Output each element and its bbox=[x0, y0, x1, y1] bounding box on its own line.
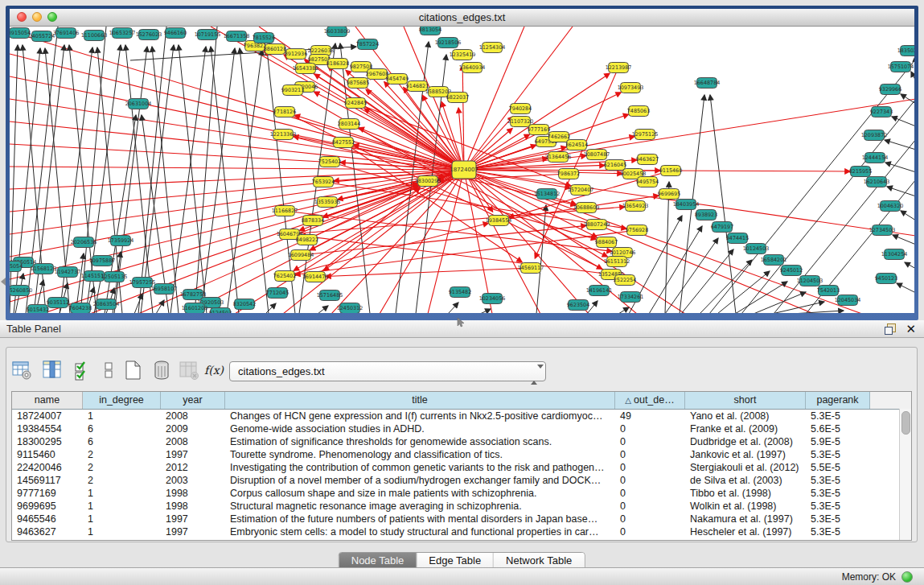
graph-node[interactable]: 18403954 bbox=[673, 200, 700, 210]
graph-node[interactable]: 10688609 bbox=[573, 203, 600, 213]
column-header-year[interactable]: year bbox=[161, 392, 225, 409]
graph-node[interactable]: 16099484 bbox=[288, 250, 314, 261]
graph-node[interactable]: 16671358 bbox=[224, 31, 250, 42]
cell-short[interactable]: Hescheler et al. (1997) bbox=[685, 525, 806, 538]
graph-node[interactable]: 6216045 bbox=[604, 160, 626, 171]
table-row[interactable]: 946362711997Embryonic stem cells: a mode… bbox=[12, 525, 911, 538]
rows-icon[interactable] bbox=[98, 360, 119, 381]
cell-short[interactable]: Yano et al. (2008) bbox=[685, 410, 806, 422]
cell-out_de[interactable]: 0 bbox=[615, 513, 685, 525]
cell-pagerank[interactable]: 5.3E-5 bbox=[806, 448, 870, 461]
graph-node[interactable]: 7712045 bbox=[266, 288, 289, 299]
graph-node[interactable]: 9115460 bbox=[659, 166, 682, 176]
graph-node[interactable]: 16648784 bbox=[694, 78, 721, 89]
cell-title[interactable]: Embryonic stem cells: a model to study s… bbox=[225, 525, 615, 538]
graph-node[interactable]: 7462662 bbox=[548, 132, 570, 142]
graph-node[interactable]: 13654923 bbox=[622, 201, 649, 212]
graph-node[interactable]: 11254304 bbox=[479, 43, 506, 53]
graph-node[interactable]: 10719155 bbox=[195, 30, 221, 40]
graph-node[interactable]: 25260850 bbox=[10, 286, 32, 296]
cell-year[interactable]: 2003 bbox=[161, 474, 225, 487]
graph-node[interactable]: 8498222 bbox=[296, 235, 318, 245]
minimize-window-icon[interactable] bbox=[32, 12, 42, 22]
graph-node[interactable]: 9242845 bbox=[344, 98, 367, 109]
cell-name[interactable]: 18300295 bbox=[12, 435, 83, 448]
graph-node[interactable]: 11942737 bbox=[55, 267, 81, 278]
graph-node[interactable]: 2803144 bbox=[338, 119, 360, 130]
graph-node[interactable]: 13640934 bbox=[459, 63, 486, 73]
graph-node[interactable]: 7485063 bbox=[627, 106, 650, 117]
cell-short[interactable]: Tibbo et al. (1998) bbox=[685, 487, 806, 500]
graph-node[interactable]: 8912936 bbox=[285, 49, 307, 60]
graph-node[interactable]: 3624514 bbox=[565, 140, 588, 150]
graph-node[interactable]: 12505135 bbox=[101, 272, 128, 282]
cell-out_de[interactable]: 49 bbox=[615, 410, 685, 422]
graph-node[interactable]: 10653257 bbox=[109, 28, 136, 39]
graph-node[interactable]: 10975887 bbox=[89, 256, 116, 266]
graph-node[interactable]: 37691406 bbox=[53, 28, 80, 39]
column-visibility-icon[interactable] bbox=[42, 360, 63, 381]
graph-node[interactable]: 12213987 bbox=[606, 63, 632, 73]
column-header-short[interactable]: short bbox=[685, 392, 806, 409]
cell-year[interactable]: 1997 bbox=[161, 513, 225, 525]
cell-in_degree[interactable]: 1 bbox=[83, 487, 161, 500]
table-row[interactable]: 1938455462009Genome-wide association stu… bbox=[12, 422, 911, 435]
graph-node[interactable]: 8115054 bbox=[10, 262, 23, 272]
graph-node[interactable]: 11204503 bbox=[797, 276, 823, 286]
cell-in_degree[interactable]: 1 bbox=[83, 500, 161, 513]
cell-in_degree[interactable]: 1 bbox=[83, 513, 161, 525]
cell-short[interactable]: de Silva et al. (2003) bbox=[685, 474, 806, 487]
cell-in_degree[interactable]: 1 bbox=[83, 410, 161, 422]
graph-node[interactable]: 9875685 bbox=[347, 78, 369, 89]
float-panel-icon[interactable] bbox=[885, 323, 896, 335]
graph-node[interactable]: 9466160 bbox=[164, 28, 187, 39]
graph-node[interactable]: 9135482 bbox=[449, 287, 471, 298]
checklist-icon[interactable] bbox=[72, 360, 93, 381]
cell-in_degree[interactable]: 6 bbox=[83, 435, 161, 448]
graph-node[interactable]: 15134812 bbox=[534, 189, 561, 200]
graph-node[interactable]: 8813054 bbox=[419, 27, 441, 35]
cell-pagerank[interactable]: 5.3E-5 bbox=[806, 487, 870, 500]
cell-pagerank[interactable]: 5.3E-5 bbox=[806, 500, 870, 513]
graph-node[interactable]: 9495754 bbox=[636, 177, 659, 187]
close-window-icon[interactable] bbox=[17, 12, 27, 22]
graph-node[interactable]: 7653924 bbox=[312, 177, 335, 187]
cell-out_de[interactable]: 0 bbox=[615, 500, 685, 513]
close-panel-icon[interactable]: ✕ bbox=[906, 323, 916, 335]
cell-name[interactable]: 14569117 bbox=[12, 474, 83, 487]
graph-node[interactable]: 17359924 bbox=[108, 236, 134, 246]
graph-node[interactable]: 16210643 bbox=[864, 177, 890, 187]
cell-short[interactable]: Wolkin et al. (1998) bbox=[685, 500, 806, 513]
table-vertical-scrollbar[interactable] bbox=[899, 409, 911, 540]
graph-node[interactable]: 7542013 bbox=[817, 286, 840, 296]
graph-node[interactable]: 24055724 bbox=[29, 31, 55, 42]
graph-node[interactable]: 10046320 bbox=[877, 201, 904, 212]
graph-node[interactable]: 11304254 bbox=[881, 249, 908, 260]
graph-node[interactable]: 12213363 bbox=[270, 130, 297, 140]
new-document-icon[interactable] bbox=[122, 360, 143, 381]
graph-node[interactable]: 16151312 bbox=[604, 257, 630, 267]
cell-title[interactable]: Tourette syndrome. Phenomenology and cla… bbox=[225, 448, 615, 461]
cell-in_degree[interactable]: 2 bbox=[83, 461, 161, 474]
cell-pagerank[interactable]: 5.3E-5 bbox=[806, 474, 870, 487]
graph-node[interactable]: 12325419 bbox=[450, 50, 476, 60]
graph-node[interactable]: 9699695 bbox=[658, 189, 680, 200]
graph-node[interactable]: 2522254 bbox=[614, 275, 636, 286]
column-header-pagerank[interactable]: pagerank bbox=[806, 392, 870, 409]
graph-node[interactable]: 17334261 bbox=[618, 292, 644, 303]
graph-node[interactable]: 20863504 bbox=[93, 299, 120, 310]
cell-out_de[interactable]: 0 bbox=[615, 525, 685, 538]
cell-title[interactable]: Estimation of significance thresholds fo… bbox=[225, 435, 615, 448]
cell-title[interactable]: Disruption of a novel member of a sodium… bbox=[225, 474, 615, 487]
cell-pagerank[interactable]: 5.9E-5 bbox=[806, 435, 870, 448]
cell-out_de[interactable]: 0 bbox=[615, 487, 685, 500]
table-row[interactable]: 2242004622012Investigating the contribut… bbox=[12, 461, 911, 474]
table-row[interactable]: 977716911998Corpus callosum shape and si… bbox=[12, 487, 911, 500]
graph-node[interactable]: 15720407 bbox=[568, 185, 594, 196]
cell-short[interactable]: Nakamura et al. (1997) bbox=[685, 513, 806, 525]
cell-short[interactable]: Jankovic et al. (1997) bbox=[685, 448, 806, 461]
graph-node[interactable]: 12450312 bbox=[337, 303, 363, 314]
column-header-in_degree[interactable]: in_degree bbox=[83, 392, 161, 409]
graph-node[interactable]: 16958107 bbox=[151, 284, 178, 295]
cell-out_de[interactable]: 0 bbox=[615, 448, 685, 461]
